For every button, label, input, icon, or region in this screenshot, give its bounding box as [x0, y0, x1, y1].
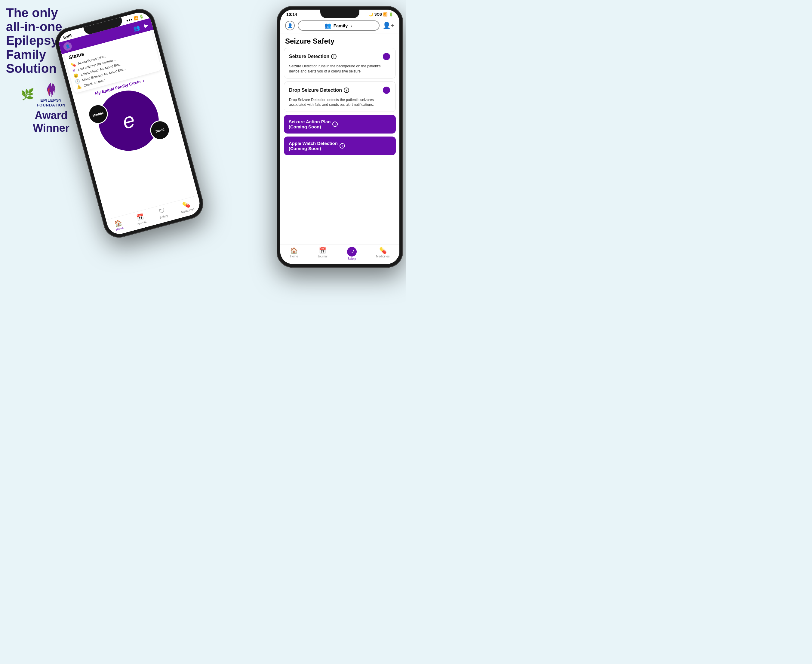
- apple-watch-content: Apple Watch Detection(Coming Soon) i: [284, 137, 396, 155]
- apple-watch-label: Apple Watch Detection(Coming Soon): [289, 141, 338, 151]
- right-nav-safety[interactable]: 🛡 Safety: [347, 247, 357, 260]
- maddie-name: Maddie: [92, 111, 104, 117]
- drop-seizure-header: Drop Seizure Detection i: [284, 82, 395, 98]
- tab-arrow-icon[interactable]: ▶: [143, 22, 149, 29]
- power-button-icon: [160, 40, 166, 58]
- group-icon[interactable]: 👥: [132, 24, 140, 32]
- apple-watch-info-icon[interactable]: i: [340, 143, 345, 148]
- award-org-line1: EPILEPSY: [40, 98, 62, 103]
- drop-seizure-description: Drop Seizure Detection detects the patie…: [284, 98, 395, 112]
- family-name-label: Family: [334, 23, 348, 28]
- drop-seizure-toggle-knob: [383, 86, 390, 94]
- right-signal-icon: SOS: [374, 12, 382, 16]
- right-medicines-icon: 💊: [379, 247, 387, 254]
- right-phone-time: 10:14: [286, 12, 297, 17]
- nav-home[interactable]: 🏠 Home: [113, 219, 124, 231]
- family-chevron-icon: ∨: [350, 23, 353, 28]
- right-phone-notch: [320, 10, 360, 18]
- left-bottom-nav: 🏠 Home 📅 Journal 🛡 Safety 💊: [106, 195, 202, 237]
- ef-text: EPILEPSY FOUNDATION: [37, 98, 65, 107]
- ef-logo: EPILEPSY FOUNDATION: [37, 81, 65, 107]
- drop-seizure-toggle[interactable]: [376, 86, 391, 94]
- moon-icon: 🌙: [369, 12, 373, 16]
- warning-icon: ⚠️: [76, 84, 82, 90]
- right-phone-screen: 10:14 🌙 SOS 📶 🔋 👤 👥 Family: [280, 10, 399, 264]
- right-phone-frame: 10:14 🌙 SOS 📶 🔋 👤 👥 Family: [277, 6, 403, 268]
- apple-watch-title: Apple Watch Detection(Coming Soon) i: [289, 141, 391, 151]
- journal-icon: 📅: [136, 213, 145, 222]
- phones-area: 6:49 ●●● 📶 🔋 👤 👥 ▶: [72, 0, 403, 332]
- right-nav-home[interactable]: 🏠 Home: [290, 247, 298, 260]
- right-journal-label: Journal: [317, 255, 327, 258]
- action-plan-label: Seizure Action Plan(Coming Soon): [289, 119, 330, 129]
- nav-safety[interactable]: 🛡 Safety: [157, 207, 168, 220]
- epipal-logo: e: [120, 107, 137, 134]
- right-profile-icon[interactable]: 👤: [285, 21, 295, 30]
- right-top-bar: 👤 👥 Family ∨ 👤+: [280, 18, 399, 33]
- page-title: Seizure Safety: [280, 33, 399, 48]
- medicine-icon: 💊: [70, 62, 76, 68]
- seizure-detection-toggle[interactable]: [376, 52, 391, 61]
- chevron-right-icon[interactable]: ›: [142, 78, 145, 83]
- laurel-left-icon: 🌿: [21, 88, 34, 101]
- right-screen-content: 10:14 🌙 SOS 📶 🔋 👤 👥 Family: [280, 10, 399, 264]
- right-journal-icon: 📅: [319, 247, 326, 254]
- drop-seizure-title: Drop Seizure Detection i: [289, 88, 349, 93]
- drop-seizure-info-icon[interactable]: i: [344, 88, 349, 93]
- seizure-detection-label: Seizure Detection: [289, 54, 329, 59]
- right-medicines-label: Medicines: [376, 255, 390, 258]
- drop-seizure-card: Drop Seizure Detection i Drop Seizure De…: [284, 81, 396, 112]
- seizure-detection-title: Seizure Detection i: [289, 54, 337, 59]
- medicines-icon: 💊: [182, 200, 191, 209]
- battery-icon: 🔋: [138, 14, 144, 19]
- nav-medicines[interactable]: 💊 Medicines: [179, 200, 195, 214]
- right-bottom-nav: 🏠 Home 📅 Journal 🛡 Safety 💊: [280, 244, 399, 264]
- left-screen-content: 6:49 ●●● 📶 🔋 👤 👥 ▶: [56, 10, 202, 237]
- ef-flame-icon: [44, 81, 59, 98]
- right-phone-wrapper: 10:14 🌙 SOS 📶 🔋 👤 👥 Family: [277, 6, 403, 268]
- right-wifi-icon: 📶: [383, 12, 388, 16]
- action-plan-info-icon[interactable]: i: [332, 122, 338, 127]
- award-text1: Award: [34, 109, 67, 122]
- nav-journal[interactable]: 📅 Journal: [134, 213, 147, 226]
- david-name: David: [155, 127, 165, 133]
- right-status-icons: 🌙 SOS 📶 🔋: [369, 12, 393, 16]
- left-profile-icon[interactable]: 👤: [63, 41, 73, 51]
- right-safety-icon: 🛡: [347, 247, 357, 257]
- right-nav-journal[interactable]: 📅 Journal: [317, 247, 327, 260]
- seizure-icon: ✳: [72, 68, 76, 73]
- seizure-detection-info-icon[interactable]: i: [331, 54, 337, 59]
- seizure-detection-description: Seizure Detection runs in the background…: [284, 64, 395, 78]
- right-nav-medicines[interactable]: 💊 Medicines: [376, 247, 390, 260]
- family-selector[interactable]: 👥 Family ∨: [298, 20, 379, 31]
- home-icon: 🏠: [114, 219, 123, 228]
- left-phone-screen: 6:49 ●●● 📶 🔋 👤 👥 ▶: [56, 10, 202, 237]
- headline-line1: The only: [6, 6, 58, 20]
- left-phone-frame: 6:49 ●●● 📶 🔋 👤 👥 ▶: [52, 5, 207, 241]
- action-plan-card: Seizure Action Plan(Coming Soon) i: [284, 115, 396, 133]
- left-phone-time: 6:49: [63, 33, 72, 40]
- headline-line3: Epilepsy: [6, 33, 58, 47]
- action-plan-content: Seizure Action Plan(Coming Soon) i: [284, 115, 396, 133]
- right-safety-label: Safety: [347, 257, 356, 260]
- seizure-detection-toggle-knob: [383, 53, 390, 60]
- left-tab-icons: 👥 ▶: [132, 22, 149, 32]
- mood-icon: 🙂: [73, 73, 79, 79]
- right-home-icon: 🏠: [290, 247, 298, 254]
- award-org-line2: FOUNDATION: [37, 103, 65, 107]
- drop-seizure-label: Drop Seizure Detection: [289, 88, 342, 93]
- action-plan-title: Seizure Action Plan(Coming Soon) i: [289, 119, 391, 129]
- safety-cards: Seizure Detection i Seizure Detection ru…: [280, 48, 399, 155]
- award-text: Award Winner: [33, 109, 70, 134]
- seizure-detection-card: Seizure Detection i Seizure Detection ru…: [284, 48, 396, 78]
- wifi-icon: 📶: [133, 16, 138, 21]
- right-home-label: Home: [290, 255, 298, 258]
- clock-icon: 🕐: [75, 78, 80, 84]
- award-text2: Winner: [33, 122, 70, 134]
- family-group-icon: 👥: [324, 22, 331, 29]
- add-person-icon[interactable]: 👤+: [382, 22, 395, 29]
- headline-line5: Solution: [6, 61, 57, 75]
- seizure-detection-header: Seizure Detection i: [284, 48, 395, 64]
- left-phone-wrapper: 6:49 ●●● 📶 🔋 👤 👥 ▶: [52, 5, 207, 241]
- headline-line4: Family: [6, 47, 46, 62]
